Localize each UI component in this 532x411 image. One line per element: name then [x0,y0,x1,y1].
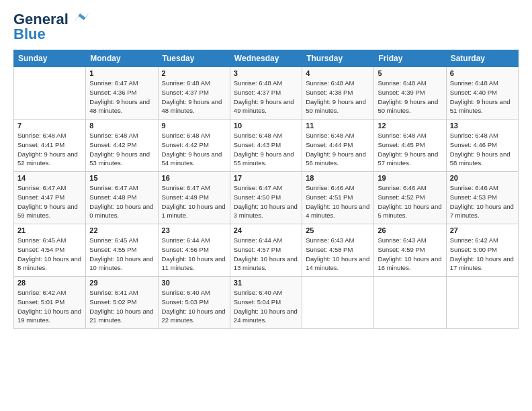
cell-content: Sunrise: 6:46 AM Sunset: 4:51 PM Dayligh… [306,183,370,220]
day-number: 26 [378,226,442,234]
cell-content: Sunrise: 6:41 AM Sunset: 5:02 PM Dayligh… [89,288,154,325]
calendar-cell: 26Sunrise: 6:43 AM Sunset: 4:59 PM Dayli… [374,224,446,277]
cell-content: Sunrise: 6:48 AM Sunset: 4:42 PM Dayligh… [162,131,226,168]
calendar-table: Sunday Monday Tuesday Wednesday Thursday… [13,50,519,329]
page: General Blue Sunday Monday Tuesday Wedne… [0,0,532,411]
calendar-cell: 14Sunrise: 6:47 AM Sunset: 4:47 PM Dayli… [14,172,86,224]
cell-content: Sunrise: 6:48 AM Sunset: 4:45 PM Dayligh… [378,131,442,168]
calendar-cell [14,67,86,120]
cell-content: Sunrise: 6:48 AM Sunset: 4:42 PM Dayligh… [89,131,154,168]
day-number: 16 [162,174,226,182]
calendar-cell [302,277,374,329]
cell-content: Sunrise: 6:48 AM Sunset: 4:40 PM Dayligh… [450,79,515,116]
week-row-0: 1Sunrise: 6:47 AM Sunset: 4:36 PM Daylig… [14,67,519,120]
cell-content: Sunrise: 6:48 AM Sunset: 4:37 PM Dayligh… [162,79,226,116]
calendar-cell: 23Sunrise: 6:44 AM Sunset: 4:56 PM Dayli… [158,224,230,277]
day-number: 8 [89,122,154,130]
calendar-cell: 31Sunrise: 6:40 AM Sunset: 5:04 PM Dayli… [230,277,302,329]
calendar-cell: 17Sunrise: 6:47 AM Sunset: 4:50 PM Dayli… [230,172,302,224]
calendar-cell: 29Sunrise: 6:41 AM Sunset: 5:02 PM Dayli… [86,277,158,329]
day-number: 31 [234,279,298,287]
week-row-2: 14Sunrise: 6:47 AM Sunset: 4:47 PM Dayli… [14,172,519,224]
col-monday: Monday [86,50,158,67]
day-number: 27 [450,226,515,234]
day-number: 22 [89,226,154,234]
calendar-cell: 25Sunrise: 6:43 AM Sunset: 4:58 PM Dayli… [302,224,374,277]
logo-bird-icon [71,11,89,26]
cell-content: Sunrise: 6:46 AM Sunset: 4:53 PM Dayligh… [450,183,515,220]
calendar-cell: 1Sunrise: 6:47 AM Sunset: 4:36 PM Daylig… [86,67,158,120]
day-number: 3 [234,69,298,77]
cell-content: Sunrise: 6:46 AM Sunset: 4:52 PM Dayligh… [378,183,442,220]
cell-content: Sunrise: 6:47 AM Sunset: 4:50 PM Dayligh… [234,183,298,220]
calendar-cell: 18Sunrise: 6:46 AM Sunset: 4:51 PM Dayli… [302,172,374,224]
day-number: 19 [378,174,442,182]
cell-content: Sunrise: 6:44 AM Sunset: 4:57 PM Dayligh… [234,236,298,273]
day-number: 11 [306,122,370,130]
cell-content: Sunrise: 6:43 AM Sunset: 4:58 PM Dayligh… [306,236,370,273]
header-row: Sunday Monday Tuesday Wednesday Thursday… [14,50,519,67]
calendar-cell: 5Sunrise: 6:48 AM Sunset: 4:39 PM Daylig… [374,67,446,120]
cell-content: Sunrise: 6:48 AM Sunset: 4:43 PM Dayligh… [234,131,298,168]
cell-content: Sunrise: 6:47 AM Sunset: 4:48 PM Dayligh… [89,183,154,220]
col-tuesday: Tuesday [158,50,230,67]
cell-content: Sunrise: 6:48 AM Sunset: 4:44 PM Dayligh… [306,131,370,168]
calendar-cell: 11Sunrise: 6:48 AM Sunset: 4:44 PM Dayli… [302,120,374,172]
calendar-cell: 12Sunrise: 6:48 AM Sunset: 4:45 PM Dayli… [374,120,446,172]
cell-content: Sunrise: 6:47 AM Sunset: 4:47 PM Dayligh… [17,183,82,220]
cell-content: Sunrise: 6:40 AM Sunset: 5:03 PM Dayligh… [162,288,226,325]
cell-content: Sunrise: 6:48 AM Sunset: 4:39 PM Dayligh… [378,79,442,116]
logo: General Blue [13,11,89,43]
cell-content: Sunrise: 6:47 AM Sunset: 4:36 PM Dayligh… [89,79,154,116]
col-friday: Friday [374,50,446,67]
calendar-cell: 30Sunrise: 6:40 AM Sunset: 5:03 PM Dayli… [158,277,230,329]
col-sunday: Sunday [14,50,86,67]
day-number: 13 [450,122,515,130]
calendar-cell: 13Sunrise: 6:48 AM Sunset: 4:46 PM Dayli… [446,120,518,172]
day-number: 17 [234,174,298,182]
day-number: 5 [378,69,442,77]
cell-content: Sunrise: 6:43 AM Sunset: 4:59 PM Dayligh… [378,236,442,273]
calendar-cell: 22Sunrise: 6:45 AM Sunset: 4:55 PM Dayli… [86,224,158,277]
col-wednesday: Wednesday [230,50,302,67]
cell-content: Sunrise: 6:45 AM Sunset: 4:54 PM Dayligh… [17,236,82,273]
day-number: 21 [17,226,82,234]
day-number: 9 [162,122,226,130]
calendar-cell: 24Sunrise: 6:44 AM Sunset: 4:57 PM Dayli… [230,224,302,277]
week-row-4: 28Sunrise: 6:42 AM Sunset: 5:01 PM Dayli… [14,277,519,329]
cell-content: Sunrise: 6:48 AM Sunset: 4:37 PM Dayligh… [234,79,298,116]
day-number: 28 [17,279,82,287]
calendar-cell: 10Sunrise: 6:48 AM Sunset: 4:43 PM Dayli… [230,120,302,172]
cell-content: Sunrise: 6:44 AM Sunset: 4:56 PM Dayligh… [162,236,226,273]
day-number: 6 [450,69,515,77]
calendar-cell: 2Sunrise: 6:48 AM Sunset: 4:37 PM Daylig… [158,67,230,120]
cell-content: Sunrise: 6:42 AM Sunset: 5:00 PM Dayligh… [450,236,515,273]
calendar-cell: 19Sunrise: 6:46 AM Sunset: 4:52 PM Dayli… [374,172,446,224]
week-row-3: 21Sunrise: 6:45 AM Sunset: 4:54 PM Dayli… [14,224,519,277]
day-number: 2 [162,69,226,77]
day-number: 4 [306,69,370,77]
cell-content: Sunrise: 6:45 AM Sunset: 4:55 PM Dayligh… [89,236,154,273]
calendar-cell: 20Sunrise: 6:46 AM Sunset: 4:53 PM Dayli… [446,172,518,224]
cell-content: Sunrise: 6:42 AM Sunset: 5:01 PM Dayligh… [17,288,82,325]
cell-content: Sunrise: 6:48 AM Sunset: 4:46 PM Dayligh… [450,131,515,168]
cell-content: Sunrise: 6:48 AM Sunset: 4:41 PM Dayligh… [17,131,82,168]
header: General Blue [13,11,519,43]
day-number: 25 [306,226,370,234]
col-thursday: Thursday [302,50,374,67]
calendar-cell: 3Sunrise: 6:48 AM Sunset: 4:37 PM Daylig… [230,67,302,120]
day-number: 30 [162,279,226,287]
day-number: 1 [89,69,154,77]
calendar-cell: 28Sunrise: 6:42 AM Sunset: 5:01 PM Dayli… [14,277,86,329]
day-number: 15 [89,174,154,182]
calendar-cell: 21Sunrise: 6:45 AM Sunset: 4:54 PM Dayli… [14,224,86,277]
calendar-cell: 6Sunrise: 6:48 AM Sunset: 4:40 PM Daylig… [446,67,518,120]
logo-blue-text: Blue [13,26,46,43]
col-saturday: Saturday [446,50,518,67]
cell-content: Sunrise: 6:48 AM Sunset: 4:38 PM Dayligh… [306,79,370,116]
svg-marker-0 [74,12,89,23]
day-number: 18 [306,174,370,182]
week-row-1: 7Sunrise: 6:48 AM Sunset: 4:41 PM Daylig… [14,120,519,172]
calendar-cell: 9Sunrise: 6:48 AM Sunset: 4:42 PM Daylig… [158,120,230,172]
calendar-cell [374,277,446,329]
